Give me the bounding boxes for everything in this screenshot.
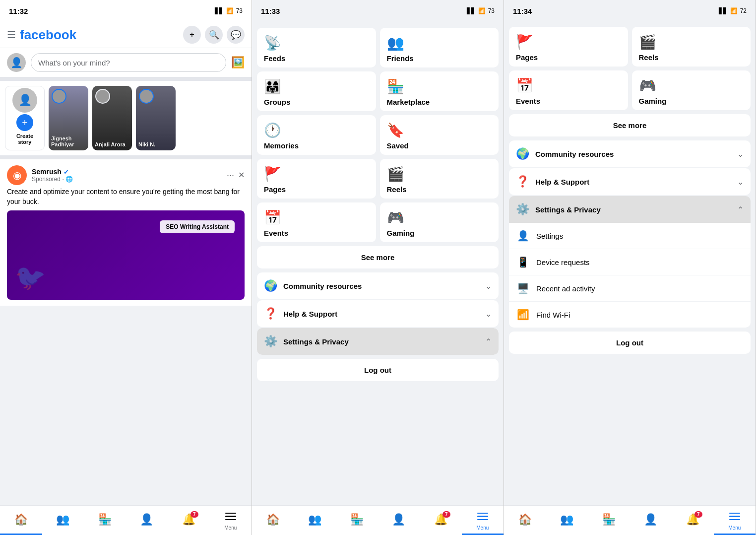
nav-marketplace-3[interactable]: 🏪 bbox=[588, 506, 630, 535]
post-box[interactable]: 👤 What's on your mind? 🖼️ bbox=[0, 48, 252, 81]
ad-left: ◉ Semrush ✔ Sponsored · 🌐 bbox=[7, 165, 73, 185]
signal-icon: ▋▋ bbox=[215, 7, 224, 14]
nav-profile-2[interactable]: 👤 bbox=[378, 506, 420, 535]
ad-subtitle: Sponsored · 🌐 bbox=[32, 176, 73, 183]
nav-marketplace-2[interactable]: 🏪 bbox=[336, 506, 378, 535]
photo-icon[interactable]: 🖼️ bbox=[231, 56, 245, 69]
nav-profile-1[interactable]: 👤 bbox=[126, 506, 168, 535]
wifi-find-icon: 📶 bbox=[517, 309, 529, 321]
story-avatar-1 bbox=[52, 89, 66, 104]
settings-privacy-row-3[interactable]: ⚙️ Settings & Privacy ⌃ bbox=[509, 196, 751, 223]
logout-3[interactable]: Log out bbox=[509, 332, 751, 354]
community-resources-row-3[interactable]: 🌍 Community resources ⌄ bbox=[509, 140, 751, 167]
status-bar-2: 11:33 ▋▋ 📶 73 bbox=[252, 0, 504, 22]
community-resources-row-2[interactable]: 🌍 Community resources ⌄ bbox=[257, 272, 499, 299]
community-icon-2: 🌍 bbox=[264, 279, 277, 292]
p3-tile-pages[interactable]: 🚩 Pages bbox=[509, 27, 628, 67]
menu-tile-gaming[interactable]: 🎮 Gaming bbox=[380, 202, 499, 242]
menu-tile-pages[interactable]: 🚩 Pages bbox=[257, 159, 376, 199]
marketplace-icon: 🏪 bbox=[98, 513, 112, 526]
community-icon-3: 🌍 bbox=[516, 147, 529, 160]
header-icons: + 🔍 💬 bbox=[183, 26, 245, 44]
ad-brand-name: Semrush bbox=[32, 168, 62, 176]
menu-tile-feeds[interactable]: 📡 Feeds bbox=[257, 28, 376, 67]
community-chevron-2: ⌄ bbox=[485, 281, 492, 291]
story-anjali[interactable]: Anjali Arora bbox=[92, 86, 132, 150]
nav-menu-3[interactable]: Menu bbox=[714, 506, 756, 535]
ad-close-icon[interactable]: ✕ bbox=[238, 170, 245, 181]
story-jignesh[interactable]: JigneshPadhiyar bbox=[49, 86, 88, 150]
settings-chevron-3: ⌃ bbox=[737, 205, 744, 214]
help-support-row-2[interactable]: ❓ Help & Support ⌄ bbox=[257, 300, 499, 327]
p3-tile-events[interactable]: 📅 Events bbox=[509, 70, 628, 110]
create-story-plus: + bbox=[16, 114, 33, 131]
nav-marketplace-1[interactable]: 🏪 bbox=[84, 506, 126, 535]
status-icons-1: ▋▋ 📶 73 bbox=[215, 7, 243, 14]
p3-tile-gaming[interactable]: 🎮 Gaming bbox=[632, 70, 751, 110]
nav-notifications-3[interactable]: 🔔 7 bbox=[672, 506, 714, 535]
ad-text: Create and optimize your content to ensu… bbox=[7, 187, 245, 206]
wifi-icon: 📶 bbox=[226, 7, 234, 14]
p3-grid: 🚩 Pages 🎬 Reels 📅 Events 🎮 Gaming bbox=[509, 27, 751, 110]
reels-label-3: Reels bbox=[639, 53, 744, 62]
facebook-logo: facebook bbox=[20, 27, 76, 43]
settings-item-wifi[interactable]: 📶 Find Wi-Fi bbox=[509, 302, 751, 328]
logout-2[interactable]: Log out bbox=[257, 359, 499, 381]
nav-notifications-2[interactable]: 🔔 7 bbox=[420, 506, 462, 535]
menu-tile-events[interactable]: 📅 Events bbox=[257, 202, 376, 242]
nav-home-1[interactable]: 🏠 bbox=[0, 506, 42, 535]
ad-card: ◉ Semrush ✔ Sponsored · 🌐 ··· ✕ Create a… bbox=[0, 159, 252, 306]
nav-home-3[interactable]: 🏠 bbox=[504, 506, 546, 535]
nav-menu-1[interactable]: Menu bbox=[210, 506, 252, 535]
home-icon-3: 🏠 bbox=[518, 513, 532, 526]
gaming-label-3: Gaming bbox=[639, 97, 744, 105]
menu-tile-marketplace[interactable]: 🏪 Marketplace bbox=[380, 71, 499, 111]
search-button[interactable]: 🔍 bbox=[205, 26, 223, 44]
menu-tile-saved[interactable]: 🔖 Saved bbox=[380, 115, 499, 155]
ad-more-icon[interactable]: ··· bbox=[227, 170, 234, 181]
ad-actions: ··· ✕ bbox=[227, 170, 245, 181]
menu-tile-groups[interactable]: 👨‍👩‍👧 Groups bbox=[257, 71, 376, 111]
menu-tile-memories[interactable]: 🕐 Memories bbox=[257, 115, 376, 155]
help-chevron-3: ⌄ bbox=[737, 177, 744, 187]
nav-notifications-1[interactable]: 🔔 7 bbox=[168, 506, 210, 535]
hamburger-icon[interactable]: ☰ bbox=[7, 29, 16, 41]
add-button[interactable]: + bbox=[183, 26, 201, 44]
nav-profile-3[interactable]: 👤 bbox=[630, 506, 672, 535]
ad-image: 🐦 SEO Writing Assistant bbox=[7, 210, 245, 300]
settings-privacy-row-2[interactable]: ⚙️ Settings & Privacy ⌃ bbox=[257, 328, 499, 355]
post-input[interactable]: What's on your mind? bbox=[31, 53, 226, 72]
menu-tile-reels[interactable]: 🎬 Reels bbox=[380, 159, 499, 199]
battery-2: 73 bbox=[488, 7, 495, 14]
nav-home-2[interactable]: 🏠 bbox=[252, 506, 294, 535]
story-niki[interactable]: Niki N. bbox=[136, 86, 176, 150]
settings-item-label-settings: Settings bbox=[536, 232, 563, 240]
see-more-2[interactable]: See more bbox=[257, 246, 499, 268]
time-3: 11:34 bbox=[513, 7, 532, 15]
see-more-3[interactable]: See more bbox=[509, 114, 751, 136]
messenger-button[interactable]: 💬 bbox=[227, 26, 245, 44]
settings-item-device[interactable]: 📱 Device requests bbox=[509, 249, 751, 275]
help-chevron-2: ⌄ bbox=[485, 309, 492, 319]
friends-icon-3: 👥 bbox=[560, 513, 573, 526]
ad-logo: ◉ bbox=[7, 165, 27, 185]
profile-icon-2: 👤 bbox=[392, 513, 405, 526]
p3-tile-reels[interactable]: 🎬 Reels bbox=[632, 27, 751, 67]
create-story-card[interactable]: 👤 + Createstory bbox=[5, 86, 45, 150]
signal-icon-3: ▋▋ bbox=[719, 7, 728, 14]
menu-label-3: Menu bbox=[728, 525, 741, 531]
nav-menu-2[interactable]: Menu bbox=[462, 506, 504, 535]
pages-menu-label: Pages bbox=[264, 185, 369, 194]
verified-icon: ✔ bbox=[63, 168, 69, 176]
settings-item-ad[interactable]: 🖥️ Recent ad activity bbox=[509, 275, 751, 302]
nav-friends-1[interactable]: 👥 bbox=[42, 506, 84, 535]
menu-tile-friends[interactable]: 👥 Friends bbox=[380, 28, 499, 67]
events-menu-label: Events bbox=[264, 229, 369, 237]
story-avatar-3 bbox=[139, 89, 154, 104]
nav-friends-3[interactable]: 👥 bbox=[546, 506, 588, 535]
help-support-row-3[interactable]: ❓ Help & Support ⌄ bbox=[509, 168, 751, 195]
menu-scroll-2[interactable]: 📡 Feeds 👥 Friends 👨‍👩‍👧 Groups 🏪 Marketp… bbox=[252, 22, 504, 535]
bottom-nav-1: 🏠 👥 🏪 👤 🔔 7 Menu bbox=[0, 505, 252, 535]
settings-item-settings[interactable]: 👤 Settings bbox=[509, 223, 751, 249]
nav-friends-2[interactable]: 👥 bbox=[294, 506, 336, 535]
